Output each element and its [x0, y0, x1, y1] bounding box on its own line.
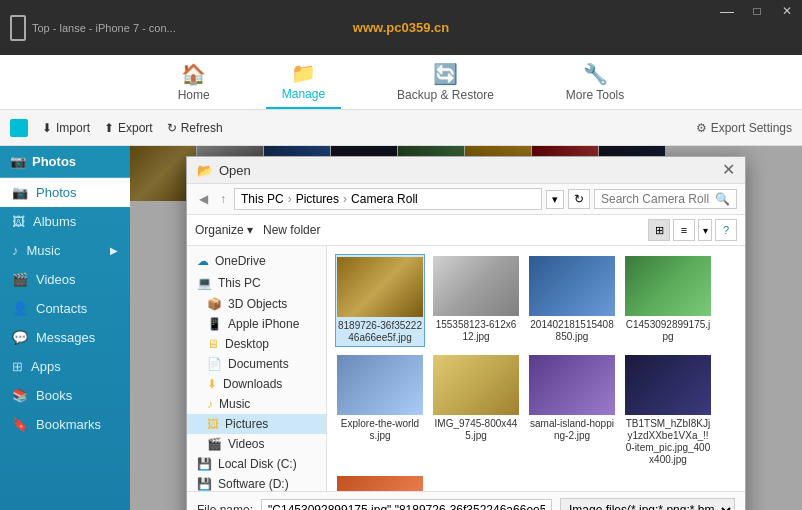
close-button[interactable]: ✕: [772, 0, 802, 22]
nav-pictures[interactable]: 🖼 Pictures: [187, 414, 326, 434]
sidebar-item-albums[interactable]: 🖼 Albums: [0, 207, 130, 236]
sidebar-item-photos[interactable]: 📷 Photos: [0, 178, 130, 207]
settings-icon: ⚙: [696, 121, 707, 135]
dialog-close-button[interactable]: ✕: [722, 162, 735, 178]
sidebar-item-bookmarks[interactable]: 🔖 Bookmarks: [0, 410, 130, 439]
view-buttons: ⊞ ≡ ▾ ?: [648, 219, 737, 241]
export-button[interactable]: ⬆ Export: [104, 121, 153, 135]
sidebar-item-music[interactable]: ♪ Music ▶: [0, 236, 130, 265]
nav-videos[interactable]: 🎬 Videos: [187, 434, 326, 454]
content-area: ▶ 00:00:20 📂 Open ✕ ◀: [130, 146, 802, 510]
file-item-9[interactable]: U8752P1194DT20120929095727.jpg: [335, 474, 425, 491]
refresh-icon: ↻: [167, 121, 177, 135]
file-thumb-3: [529, 256, 615, 316]
help-button[interactable]: ?: [715, 219, 737, 241]
file-thumb-6: [433, 355, 519, 415]
contacts-icon: 👤: [12, 301, 28, 316]
address-path[interactable]: This PC › Pictures › Camera Roll: [234, 188, 542, 210]
view-list-button[interactable]: ≡: [673, 219, 695, 241]
file-thumb-4: [625, 256, 711, 316]
tools-icon: 🔧: [583, 62, 608, 86]
nav-diskc[interactable]: 💾 Local Disk (C:): [187, 454, 326, 474]
nav-documents[interactable]: 📄 Documents: [187, 354, 326, 374]
restore-button[interactable]: □: [742, 0, 772, 22]
nav-iphone[interactable]: 📱 Apple iPhone: [187, 314, 326, 334]
file-item-4[interactable]: C1453092899175.jpg: [623, 254, 713, 347]
filename-input[interactable]: [261, 499, 552, 510]
file-thumb-7: [529, 355, 615, 415]
file-thumb-2: [433, 256, 519, 316]
sidebar-header: 📷 Photos: [0, 146, 130, 178]
file-name-4: C1453092899175.jpg: [625, 319, 711, 343]
nav-backup[interactable]: 🔄 Backup & Restore: [381, 56, 510, 108]
file-item-8[interactable]: TB1TSM_hZbI8KJjy1zdXXbe1VXa_!!0-item_pic…: [623, 353, 713, 468]
new-folder-button[interactable]: New folder: [263, 223, 320, 237]
iphone-icon: 📱: [207, 317, 222, 331]
file-thumb-8: [625, 355, 711, 415]
window-controls: — □ ✕: [712, 0, 802, 22]
main-area: 📷 Photos 📷 Photos 🖼 Albums ♪ Music ▶ 🎬 V…: [0, 146, 802, 510]
file-name-1: 8189726-36f3522246a66ee5f.jpg: [338, 320, 422, 344]
documents-icon: 📄: [207, 357, 222, 371]
bookmarks-icon: 🔖: [12, 417, 28, 432]
refresh-button[interactable]: ↻ Refresh: [167, 121, 223, 135]
nav-home[interactable]: 🏠 Home: [162, 56, 226, 108]
import-button[interactable]: ⬇ Import: [42, 121, 90, 135]
nav-thispc[interactable]: 💻 This PC: [187, 272, 326, 294]
import-icon: ⬇: [42, 121, 52, 135]
nav-music[interactable]: ♪ Music: [187, 394, 326, 414]
file-item-3[interactable]: 201402181515408850.jpg: [527, 254, 617, 347]
file-item-1[interactable]: 8189726-36f3522246a66ee5f.jpg: [335, 254, 425, 347]
export-settings-button[interactable]: ⚙ Export Settings: [696, 121, 792, 135]
path-camera-roll: Camera Roll: [351, 192, 418, 206]
filename-label: File name:: [197, 503, 253, 510]
organize-button[interactable]: Organize ▾: [195, 223, 253, 237]
sidebar-item-messages[interactable]: 💬 Messages: [0, 323, 130, 352]
up-button[interactable]: ↑: [216, 190, 230, 208]
file-thumb-1: [337, 257, 423, 317]
nav-downloads[interactable]: ⬇ Downloads: [187, 374, 326, 394]
nav-desktop[interactable]: 🖥 Desktop: [187, 334, 326, 354]
sidebar-item-contacts[interactable]: 👤 Contacts: [0, 294, 130, 323]
nav-manage[interactable]: 📁 Manage: [266, 55, 341, 109]
file-thumb-9: [337, 476, 423, 491]
address-bar: ◀ ↑ This PC › Pictures › Camera Roll ▾ ↻…: [187, 184, 745, 215]
dialog-title: 📂 Open: [197, 163, 251, 178]
file-name-5: Explore-the-worlds.jpg: [337, 418, 423, 442]
view-grid-button[interactable]: ⊞: [648, 219, 670, 241]
3dobjects-icon: 📦: [207, 297, 222, 311]
home-icon: 🏠: [181, 62, 206, 86]
file-item-6[interactable]: IMG_9745-800x445.jpg: [431, 353, 521, 468]
back-button[interactable]: ◀: [195, 190, 212, 208]
file-name-7: samal-island-hopping-2.jpg: [529, 418, 615, 442]
file-item-7[interactable]: samal-island-hopping-2.jpg: [527, 353, 617, 468]
sidebar: 📷 Photos 📷 Photos 🖼 Albums ♪ Music ▶ 🎬 V…: [0, 146, 130, 510]
path-refresh-button[interactable]: ↻: [568, 189, 590, 209]
dialog-footer: File name: Image files(*.jpg;*.png;*.bmp…: [187, 491, 745, 510]
file-item-2[interactable]: 155358123-612x612.jpg: [431, 254, 521, 347]
sidebar-item-apps[interactable]: ⊞ Apps: [0, 352, 130, 381]
file-item-5[interactable]: Explore-the-worlds.jpg: [335, 353, 425, 468]
search-box[interactable]: 🔍: [594, 189, 737, 209]
path-pictures: Pictures: [296, 192, 339, 206]
nav-onedrive[interactable]: ☁ OneDrive: [187, 250, 326, 272]
path-dropdown-button[interactable]: ▾: [546, 190, 564, 209]
nav-diskd[interactable]: 💾 Software (D:): [187, 474, 326, 491]
search-input[interactable]: [601, 192, 711, 206]
nav-tools[interactable]: 🔧 More Tools: [550, 56, 640, 108]
music-arrow-icon: ▶: [110, 245, 118, 256]
messages-icon: 💬: [12, 330, 28, 345]
filetype-select[interactable]: Image files(*.jpg;*.png;*.bmp;*.: [560, 498, 735, 510]
videos-nav-icon: 🎬: [207, 437, 222, 451]
dialog-overlay: 📂 Open ✕ ◀ ↑ This PC › Pictures › Camera…: [130, 146, 802, 510]
diskc-icon: 💾: [197, 457, 212, 471]
desktop-icon: 🖥: [207, 337, 219, 351]
sidebar-item-videos[interactable]: 🎬 Videos: [0, 265, 130, 294]
diskd-icon: 💾: [197, 477, 212, 491]
view-dropdown-button[interactable]: ▾: [698, 219, 712, 241]
minimize-button[interactable]: —: [712, 0, 742, 22]
sidebar-item-books[interactable]: 📚 Books: [0, 381, 130, 410]
file-name-6: IMG_9745-800x445.jpg: [433, 418, 519, 442]
thispc-icon: 💻: [197, 276, 212, 290]
nav-3dobjects[interactable]: 📦 3D Objects: [187, 294, 326, 314]
